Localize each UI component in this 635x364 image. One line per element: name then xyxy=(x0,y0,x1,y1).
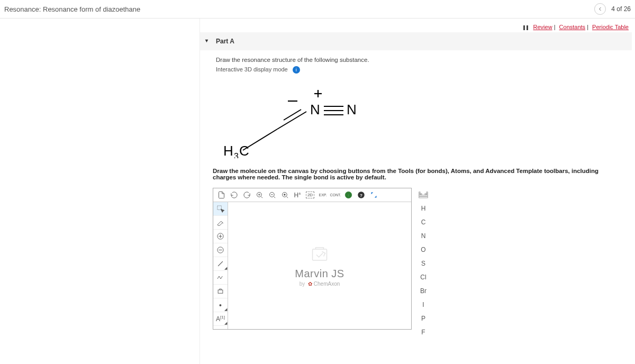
new-document-button[interactable] xyxy=(215,189,228,201)
eraser-tool[interactable] xyxy=(213,216,228,230)
left-sidebar xyxy=(0,19,200,364)
radical-tool[interactable]: •◢ xyxy=(213,298,228,312)
atom-h[interactable]: H xyxy=(415,202,432,215)
periodic-table-button[interactable] xyxy=(415,188,432,202)
periodic-table-link[interactable]: Periodic Table xyxy=(592,24,629,30)
svg-rect-30 xyxy=(421,194,422,195)
progress-text: 4 of 26 xyxy=(611,5,631,13)
page-title: Resonance: Resonance form of diazoethane xyxy=(4,5,140,13)
constants-link[interactable]: Constants xyxy=(559,24,586,30)
pause-icon[interactable] xyxy=(523,25,528,30)
svg-rect-25 xyxy=(218,290,223,293)
marvin-brand: Marvin JS xyxy=(295,268,344,280)
svg-rect-34 xyxy=(419,197,428,198)
svg-rect-31 xyxy=(425,194,426,195)
info-icon[interactable]: i xyxy=(293,66,300,74)
svg-rect-27 xyxy=(419,192,420,193)
svg-rect-32 xyxy=(427,194,428,195)
svg-line-2 xyxy=(284,110,301,120)
svg-line-1 xyxy=(277,112,306,129)
atom-c[interactable]: C xyxy=(415,215,432,229)
charge-minus-tool[interactable] xyxy=(213,243,228,257)
svg-text:N: N xyxy=(310,102,320,117)
svg-rect-29 xyxy=(419,194,420,195)
svg-text:H: H xyxy=(223,143,233,158)
svg-text:i: i xyxy=(348,193,349,198)
charge-plus-tool[interactable] xyxy=(213,230,228,243)
vendor-label: by ✿ ChemAxon xyxy=(300,281,340,287)
template-tool[interactable] xyxy=(213,285,228,298)
cont-button[interactable]: CONT. xyxy=(329,189,342,201)
svg-text:N: N xyxy=(347,102,357,117)
atom-i[interactable]: I xyxy=(415,298,432,312)
expand-button[interactable] xyxy=(367,189,380,201)
chain-tool[interactable] xyxy=(213,271,228,285)
svg-rect-33 xyxy=(419,195,428,196)
svg-point-17 xyxy=(284,194,285,196)
atom-s[interactable]: S xyxy=(415,257,432,270)
redo-button[interactable] xyxy=(240,189,253,201)
exp-button[interactable]: EXP. xyxy=(316,189,329,201)
svg-rect-28 xyxy=(427,192,428,193)
part-header[interactable]: Part A xyxy=(200,32,632,50)
zoom-out-button[interactable] xyxy=(266,189,278,201)
atom-cl[interactable]: Cl xyxy=(415,270,432,284)
atom-o[interactable]: O xyxy=(415,243,432,257)
review-link[interactable]: Review xyxy=(533,24,552,30)
help-button[interactable]: ? xyxy=(355,189,367,201)
zoom-fit-button[interactable] xyxy=(278,189,291,201)
atom-n[interactable]: N xyxy=(415,229,432,243)
single-bond-tool[interactable]: ◢ xyxy=(213,257,228,271)
atom-panel: H C N O S Cl Br I P F xyxy=(415,188,432,339)
svg-text:C: C xyxy=(239,143,249,158)
selection-tool[interactable] xyxy=(213,202,228,216)
hydrogen-toggle-button[interactable]: H± xyxy=(291,189,304,201)
drawing-canvas[interactable]: Marvin JS by ✿ ChemAxon xyxy=(228,202,411,329)
molecule-display: N N H 3 C xyxy=(200,77,632,166)
atom-f[interactable]: F xyxy=(415,325,432,339)
marvin-editor: H± 2D EXP. CONT. i ? ◢ xyxy=(213,188,412,330)
mapping-tool[interactable]: A[1]◢ xyxy=(213,312,228,326)
undo-button[interactable] xyxy=(228,189,240,201)
atom-p[interactable]: P xyxy=(415,312,432,325)
zoom-in-button[interactable] xyxy=(253,189,266,201)
prev-button[interactable] xyxy=(594,3,606,15)
svg-text:3: 3 xyxy=(234,152,239,158)
chevron-left-icon xyxy=(597,6,603,12)
svg-text:?: ? xyxy=(360,193,362,198)
atom-br[interactable]: Br xyxy=(415,284,432,298)
instruction-text: Draw the resonance structure of the foll… xyxy=(216,57,621,63)
display-mode-text: Interactive 3D display mode xyxy=(216,66,288,72)
info-button[interactable]: i xyxy=(342,189,355,201)
view-2d-button[interactable]: 2D xyxy=(304,189,316,201)
canvas-hint: Draw the molecule on the canvas by choos… xyxy=(200,166,632,186)
